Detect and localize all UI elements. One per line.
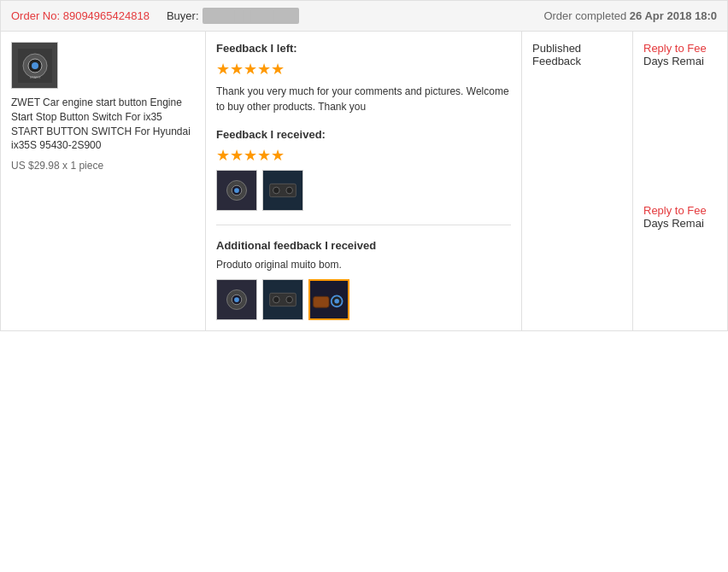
buyer-name: ████████ xyxy=(203,8,300,24)
order-body: START ZWET Car engine start button Engin… xyxy=(0,32,728,331)
svg-point-24 xyxy=(334,299,339,304)
feedback-received-thumbnails xyxy=(216,170,511,211)
published-label: Published xyxy=(532,42,622,55)
feedback-column: Feedback I left: ★★★★★ Thank you very mu… xyxy=(206,32,522,330)
thumb-additional-1[interactable] xyxy=(216,279,257,320)
feedback-left-text: Thank you very much for your comments an… xyxy=(216,84,511,114)
feedback-received-stars: ★★★★★ xyxy=(216,146,511,165)
thumb-additional-3[interactable] xyxy=(308,279,349,320)
additional-feedback-text: Produto original muito bom. xyxy=(216,257,511,272)
product-img-svg: START xyxy=(18,49,52,83)
thumb-received-2[interactable] xyxy=(262,170,303,211)
feedback-label: Feedback xyxy=(532,55,622,67)
feedback-left-stars: ★★★★★ xyxy=(216,60,511,79)
feedback-left-section: Feedback I left: ★★★★★ Thank you very mu… xyxy=(216,42,511,114)
feedback-received-section: Feedback I received: ★★★★★ xyxy=(216,128,511,211)
svg-point-3 xyxy=(32,62,38,69)
order-no-link[interactable]: 89094965424818 xyxy=(63,9,150,22)
actions-column: Reply to Fee Days Remai Reply to Fee Day… xyxy=(633,32,727,330)
order-no-label: Order No: 89094965424818 xyxy=(11,9,150,22)
additional-feedback-title: Additional feedback I received xyxy=(216,239,511,252)
feedback-left-title: Feedback I left: xyxy=(216,42,511,55)
feedback-received-title: Feedback I received: xyxy=(216,128,511,141)
svg-point-8 xyxy=(234,188,239,193)
thumb-additional-2[interactable] xyxy=(262,279,303,320)
buyer-label: Buyer: xyxy=(167,9,199,22)
svg-point-11 xyxy=(273,187,280,194)
reply-to-fee-link-2[interactable]: Reply to Fee xyxy=(643,204,717,217)
svg-point-19 xyxy=(273,296,280,303)
order-completed: Order completed 26 Apr 2018 18:0 xyxy=(543,9,717,22)
divider xyxy=(216,225,511,225)
svg-point-16 xyxy=(234,297,239,302)
svg-point-20 xyxy=(286,296,293,303)
days-remain-1: Days Remai xyxy=(643,55,717,67)
days-remain-2: Days Remai xyxy=(643,217,717,230)
product-price: US $29.98 x 1 piece xyxy=(11,160,195,172)
svg-point-12 xyxy=(286,187,293,194)
reply-to-fee-link-1[interactable]: Reply to Fee xyxy=(643,42,717,55)
additional-feedback-section: Additional feedback I received Produto o… xyxy=(216,236,511,320)
product-name: ZWET Car engine start button Engine Star… xyxy=(11,96,195,153)
order-header: Order No: 89094965424818 Buyer: ████████… xyxy=(0,0,728,32)
thumb-received-1[interactable] xyxy=(216,170,257,211)
product-image: START xyxy=(11,42,58,89)
svg-text:START: START xyxy=(29,75,40,79)
published-column: Published Feedback xyxy=(522,32,633,330)
svg-rect-22 xyxy=(314,296,329,307)
additional-feedback-thumbnails xyxy=(216,279,511,320)
product-column: START ZWET Car engine start button Engin… xyxy=(1,32,206,330)
